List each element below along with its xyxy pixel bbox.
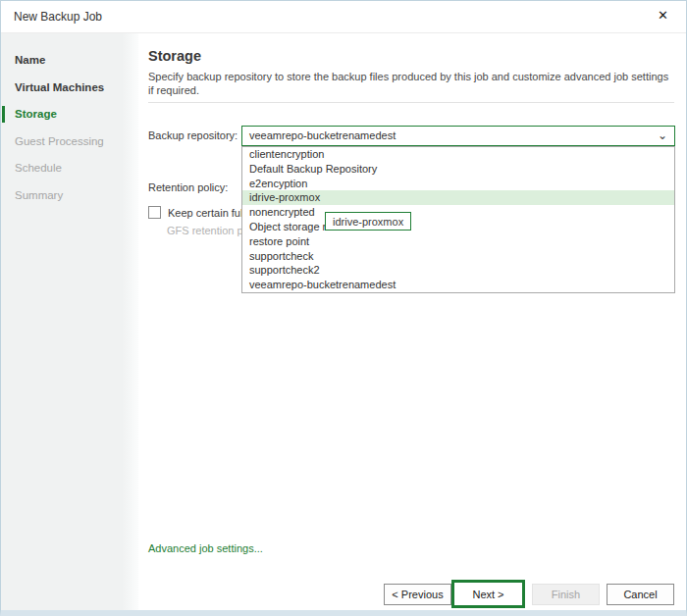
next-button[interactable]: Next > [451, 580, 525, 608]
backup-repository-label: Backup repository: [148, 129, 238, 141]
dropdown-option[interactable]: nonencrypted [242, 205, 674, 220]
sidebar-item-label: Schedule [15, 162, 62, 174]
sidebar-item-summary[interactable]: Summary [1, 182, 138, 210]
backup-repository-select[interactable]: veeamrepo-bucketrenamedest ⌄ [241, 126, 675, 146]
chevron-down-icon: ⌄ [658, 127, 667, 144]
cancel-button[interactable]: Cancel [607, 584, 674, 605]
dropdown-option[interactable]: Object storage re [242, 220, 674, 234]
dropdown-option[interactable]: veeamrepo-bucketrenamedest [242, 278, 674, 292]
repository-tooltip: idrive-proxmox [325, 212, 411, 231]
sidebar-item-schedule[interactable]: Schedule [1, 155, 138, 182]
dropdown-option[interactable]: supportcheck [242, 249, 674, 264]
sidebar-item-virtual-machines[interactable]: Virtual Machines [1, 75, 138, 102]
sidebar-item-label: Guest Processing [15, 135, 104, 147]
wizard-steps: NameVirtual MachinesStorageGuest Process… [1, 33, 138, 610]
titlebar: New Backup Job ✕ [1, 1, 686, 33]
divider [148, 102, 674, 103]
sidebar-item-name[interactable]: Name [1, 47, 138, 75]
sidebar-item-label: Virtual Machines [15, 81, 104, 93]
new-backup-job-dialog: New Backup Job ✕ NameVirtual MachinesSto… [0, 0, 687, 616]
repository-dropdown-list: clientencryptionDefault Backup Repositor… [241, 146, 675, 293]
close-icon[interactable]: ✕ [658, 8, 668, 24]
window-title: New Backup Job [14, 10, 102, 24]
advanced-job-settings-link[interactable]: Advanced job settings... [148, 542, 263, 554]
finish-button[interactable]: Finish [532, 584, 600, 605]
keep-full-backups-label: Keep certain full [168, 207, 245, 219]
dropdown-option[interactable]: restore point [242, 234, 674, 249]
sidebar-item-storage[interactable]: Storage [1, 101, 138, 128]
sidebar-item-guest-processing[interactable]: Guest Processing [1, 128, 138, 156]
previous-button[interactable]: < Previous [384, 584, 451, 605]
dropdown-option[interactable]: e2encyption [242, 177, 674, 191]
dropdown-option[interactable]: supportcheck2 [242, 263, 674, 278]
dropdown-option[interactable]: idrive-proxmox [242, 190, 674, 205]
dropdown-option[interactable]: Default Backup Repository [242, 162, 674, 177]
backup-repository-value: veeamrepo-bucketrenamedest [249, 129, 396, 141]
sidebar-item-label: Name [15, 54, 45, 66]
keep-full-backups-checkbox[interactable] [148, 206, 161, 219]
page-title: Storage [148, 48, 201, 64]
gfs-retention-hint: GFS retention po [167, 225, 249, 236]
retention-policy-label: Retention policy: [148, 181, 228, 193]
active-step-indicator [2, 106, 5, 123]
page-description: Specify backup repository to store the b… [148, 71, 670, 97]
dropdown-option[interactable]: clientencryption [242, 147, 674, 162]
sidebar-item-label: Storage [15, 108, 57, 120]
sidebar-item-label: Summary [15, 189, 63, 201]
